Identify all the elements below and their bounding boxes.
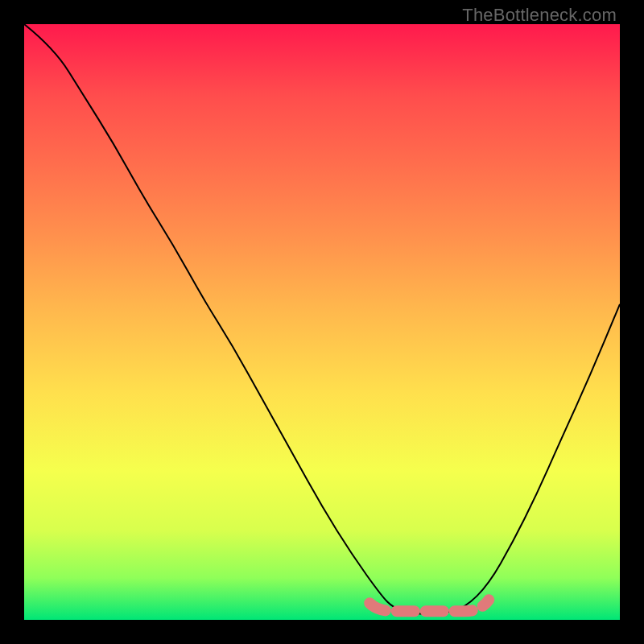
attribution-label: TheBottleneck.com <box>462 5 617 26</box>
bottleneck-chart <box>24 24 620 620</box>
bottleneck-curve <box>24 24 620 614</box>
